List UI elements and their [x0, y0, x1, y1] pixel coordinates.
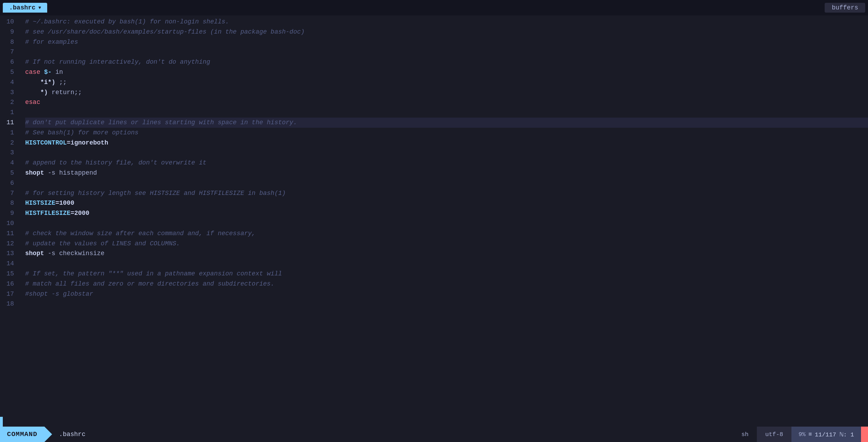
- bold-text: =2000: [71, 208, 89, 218]
- code-line: # don't put duplicate lines or lines sta…: [25, 118, 868, 128]
- code-line: #shopt -s globstar: [25, 289, 868, 299]
- variable-text: HISTSIZE: [25, 198, 55, 208]
- comment-text: # for examples: [25, 37, 78, 47]
- line-numbers: 1098765432111123456789101112131415161718: [0, 15, 20, 427]
- line-number: 7: [0, 47, 14, 57]
- comment-text: # update the values of LINES and COLUMNS…: [25, 239, 180, 249]
- code-line: [25, 178, 868, 188]
- status-bar: COMMAND .bashrc sh utf-8 9% ≡ 11/117 ℕ: …: [0, 427, 868, 442]
- equals-sign: ≡: [809, 431, 812, 438]
- mode-indicator: COMMAND: [0, 427, 44, 442]
- line-number: 17: [0, 289, 14, 299]
- line-number: 8: [0, 37, 14, 47]
- bold-text: *): [40, 87, 48, 98]
- line-number: 11: [0, 229, 14, 239]
- line-col: 11/117 ℕ: 1: [815, 431, 854, 438]
- code-line: case $- in: [25, 67, 868, 77]
- comment-text: # see /usr/share/doc/bash/examples/start…: [25, 27, 304, 37]
- code-line: HISTFILESIZE=2000: [25, 208, 868, 218]
- code-line: HISTCONTROL=ignoreboth: [25, 138, 868, 148]
- editor-area: 1098765432111123456789101112131415161718…: [0, 15, 868, 427]
- comment-text: # If not running interactively, don't do…: [25, 57, 210, 67]
- scroll-percent: 9%: [798, 431, 805, 438]
- line-number: 14: [0, 259, 14, 269]
- code-content[interactable]: # ~/.bashrc: executed by bash(1) for non…: [20, 15, 868, 427]
- line-number: 11: [0, 118, 14, 128]
- code-line: HISTSIZE=1000: [25, 198, 868, 208]
- comment-text: # match all files and zero or more direc…: [25, 279, 274, 289]
- variable-text: HISTCONTROL: [25, 138, 67, 148]
- code-line: # for setting history length see HISTSIZ…: [25, 188, 868, 198]
- bold-text: =ignoreboth: [67, 138, 108, 148]
- code-line: # If not running interactively, don't do…: [25, 57, 868, 67]
- mode-arrow: [44, 427, 52, 442]
- status-right: sh utf-8 9% ≡ 11/117 ℕ: 1: [733, 427, 868, 442]
- line-number: 8: [0, 198, 14, 208]
- status-end-block: [861, 427, 868, 442]
- comment-text: # for setting history length see HISTSIZ…: [25, 188, 286, 198]
- bold-text: shopt: [25, 248, 44, 259]
- line-number: 9: [0, 208, 14, 218]
- code-line: # If set, the pattern "**" used in a pat…: [25, 269, 868, 279]
- code-line: # See bash(1) for more options: [25, 128, 868, 138]
- comment-text: #shopt -s globstar: [25, 289, 93, 299]
- tab-bar: .bashrc ▼ buffers: [0, 0, 868, 15]
- code-line: [25, 47, 868, 57]
- line-number: 10: [0, 218, 14, 229]
- status-filetype: sh: [733, 431, 757, 438]
- line-number: 10: [0, 17, 14, 27]
- comment-text: # If set, the pattern "**" used in a pat…: [25, 269, 282, 279]
- line-number: 2: [0, 138, 14, 148]
- status-position: 9% ≡ 11/117 ℕ: 1: [791, 427, 861, 442]
- code-line: [25, 148, 868, 158]
- plain-text: in: [52, 67, 63, 77]
- plain-text: [25, 87, 40, 98]
- line-number: 5: [0, 168, 14, 178]
- tab-bashrc[interactable]: .bashrc ▼: [3, 3, 47, 13]
- line-number: 6: [0, 57, 14, 67]
- keyword-text: case: [25, 67, 40, 77]
- line-number: 1: [0, 107, 14, 118]
- line-number: 2: [0, 97, 14, 107]
- comment-text: # don't put duplicate lines or lines sta…: [25, 118, 297, 128]
- code-line: # see /usr/share/doc/bash/examples/start…: [25, 27, 868, 37]
- status-encoding: utf-8: [757, 427, 791, 442]
- plain-text: [25, 77, 40, 87]
- code-line: # ~/.bashrc: executed by bash(1) for non…: [25, 17, 868, 27]
- code-line: [25, 259, 868, 269]
- line-number: 4: [0, 77, 14, 87]
- code-line: [25, 107, 868, 118]
- bold-text: *i*): [40, 77, 55, 87]
- line-number: 16: [0, 279, 14, 289]
- line-number: 3: [0, 148, 14, 158]
- plain-text: ;;: [55, 77, 66, 87]
- code-line: esac: [25, 97, 868, 107]
- code-line: # append to the history file, don't over…: [25, 158, 868, 168]
- line-number: 3: [0, 87, 14, 98]
- keyword-text: esac: [25, 97, 40, 107]
- line-number: 15: [0, 269, 14, 279]
- line-number: 7: [0, 188, 14, 198]
- line-number: 6: [0, 178, 14, 188]
- plain-text: -s histappend: [44, 168, 97, 178]
- line-number: 5: [0, 67, 14, 77]
- code-line: # for examples: [25, 37, 868, 47]
- tab-close[interactable]: ▼: [38, 5, 41, 10]
- bold-text: =1000: [55, 198, 74, 208]
- code-line: shopt -s histappend: [25, 168, 868, 178]
- variable-text: $-: [44, 67, 52, 77]
- code-line: [25, 218, 868, 229]
- buffers-button[interactable]: buffers: [825, 3, 865, 13]
- line-number: 18: [0, 299, 14, 309]
- code-line: *) return;;: [25, 87, 868, 98]
- comment-text: # check the window size after each comma…: [25, 229, 256, 239]
- comment-text: # ~/.bashrc: executed by bash(1) for non…: [25, 17, 229, 27]
- code-line: # match all files and zero or more direc…: [25, 279, 868, 289]
- comment-text: # See bash(1) for more options: [25, 128, 138, 138]
- plain-text: -s checkwinsize: [44, 248, 105, 259]
- code-line: # check the window size after each comma…: [25, 229, 868, 239]
- code-line: *i*) ;;: [25, 77, 868, 87]
- plain-text: [40, 67, 44, 77]
- line-number: 9: [0, 27, 14, 37]
- line-number: 1: [0, 128, 14, 138]
